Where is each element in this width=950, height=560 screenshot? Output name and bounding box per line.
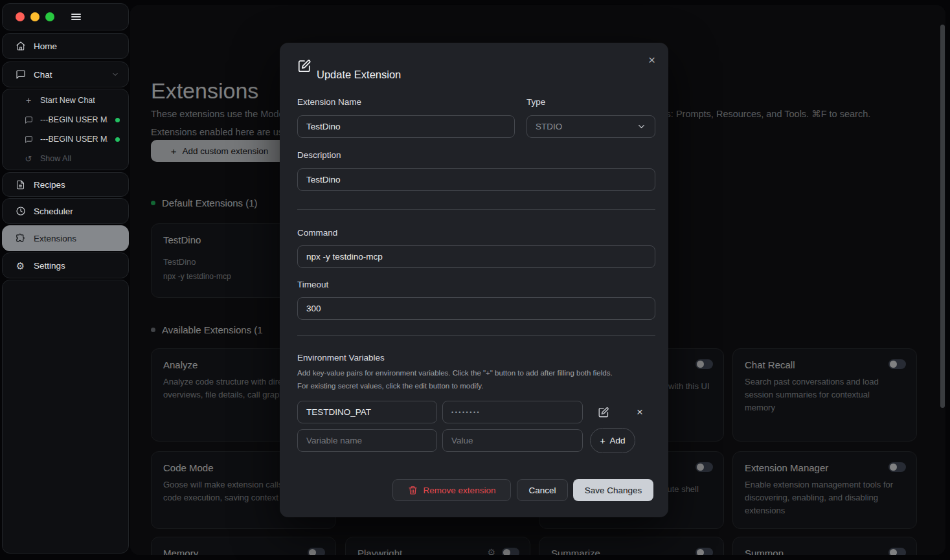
sidebar-item-label: Extensions	[34, 234, 76, 243]
maximize-window-button[interactable]	[45, 12, 54, 21]
chevron-down-icon	[637, 122, 646, 131]
env-helper-line2: For existing secret values, click the ed…	[297, 382, 483, 390]
env-new-key-input[interactable]: Variable name	[297, 429, 437, 452]
chevron-down-icon	[111, 71, 119, 78]
cancel-button[interactable]: Cancel	[517, 479, 568, 501]
clock-icon	[15, 206, 26, 217]
plus-icon: +	[600, 436, 605, 445]
command-input[interactable]: npx -y testdino-mcp	[297, 245, 655, 268]
sidebar-item-label: Scheduler	[34, 207, 73, 216]
sidebar-item-settings[interactable]: ⚙ Settings	[2, 252, 129, 278]
remove-extension-label: Remove extension	[424, 486, 496, 495]
description-label: Description	[297, 150, 341, 160]
sidebar-item-recipes[interactable]: Recipes	[2, 172, 129, 197]
masked-secret-value: ••••••••	[451, 409, 481, 416]
chat-item-label: ---BEGIN USER M...	[40, 115, 108, 124]
puzzle-icon	[15, 233, 26, 244]
hamburger-menu-icon[interactable]	[71, 12, 81, 22]
extension-name-input[interactable]: TestDino	[297, 115, 515, 138]
titlebar	[2, 3, 129, 30]
remove-env-row-icon[interactable]: ×	[633, 406, 646, 419]
edit-secret-icon[interactable]	[597, 406, 610, 419]
plus-icon: +	[24, 95, 33, 106]
env-key-input[interactable]: TESTDINO_PAT	[297, 401, 437, 423]
chat-item-label: ---BEGIN USER M...	[40, 135, 108, 144]
sidebar-item-scheduler[interactable]: Scheduler	[2, 198, 129, 224]
sidebar-item-label: Settings	[34, 261, 65, 271]
divider	[297, 335, 655, 336]
sidebar-item-chat[interactable]: Chat	[2, 62, 129, 87]
start-new-chat-button[interactable]: + Start New Chat	[3, 91, 128, 110]
home-icon	[15, 41, 26, 52]
sidebar-item-extensions[interactable]: Extensions	[2, 225, 129, 251]
description-input[interactable]: TestDino	[297, 168, 655, 191]
divider	[297, 209, 655, 210]
active-session-dot	[115, 118, 120, 122]
document-icon	[15, 179, 26, 190]
trash-icon	[408, 486, 418, 495]
close-icon[interactable]: ×	[648, 54, 655, 66]
sidebar-chat-section: + Start New Chat ---BEGIN USER M... ---B…	[2, 89, 129, 170]
edit-icon	[297, 59, 311, 73]
chat-bubble-icon	[15, 69, 26, 80]
add-env-var-button[interactable]: + Add	[590, 428, 635, 453]
minimize-window-button[interactable]	[30, 12, 40, 21]
env-secret-value-input[interactable]: ••••••••	[442, 401, 583, 423]
update-extension-dialog: Update Extension × Extension Name TestDi…	[280, 43, 668, 517]
type-label: Type	[526, 97, 545, 107]
history-icon: ↺	[24, 154, 33, 164]
env-new-value-input[interactable]: Value	[442, 429, 583, 452]
command-label: Command	[297, 228, 337, 238]
sidebar-item-label: Chat	[34, 70, 52, 80]
type-select[interactable]: STDIO	[526, 115, 655, 138]
add-env-var-label: Add	[610, 436, 626, 445]
timeout-label: Timeout	[297, 280, 328, 289]
save-changes-button[interactable]: Save Changes	[573, 479, 653, 501]
timeout-input[interactable]: 300	[297, 297, 655, 320]
chat-history-item[interactable]: ---BEGIN USER M...	[3, 110, 128, 129]
sidebar-item-home[interactable]: Home	[2, 33, 129, 59]
start-new-chat-label: Start New Chat	[40, 96, 95, 105]
sidebar-footer-panel	[2, 280, 129, 554]
environment-variables-label: Environment Variables	[297, 353, 385, 363]
sidebar-item-label: Recipes	[34, 180, 65, 190]
sidebar-item-label: Home	[34, 41, 57, 51]
env-helper-line1: Add key-value pairs for environment vari…	[297, 369, 613, 377]
gear-icon: ⚙	[15, 260, 26, 271]
chat-history-item[interactable]: ---BEGIN USER M...	[3, 129, 128, 149]
show-all-label: Show All	[40, 154, 71, 163]
chat-bubble-icon	[24, 135, 33, 144]
show-all-button[interactable]: ↺ Show All	[3, 149, 128, 168]
chat-bubble-icon	[24, 116, 33, 124]
active-session-dot	[115, 137, 120, 142]
close-window-button[interactable]	[16, 12, 25, 21]
extension-name-label: Extension Name	[297, 97, 361, 107]
dialog-title: Update Extension	[317, 69, 401, 81]
remove-extension-button[interactable]: Remove extension	[392, 479, 511, 501]
